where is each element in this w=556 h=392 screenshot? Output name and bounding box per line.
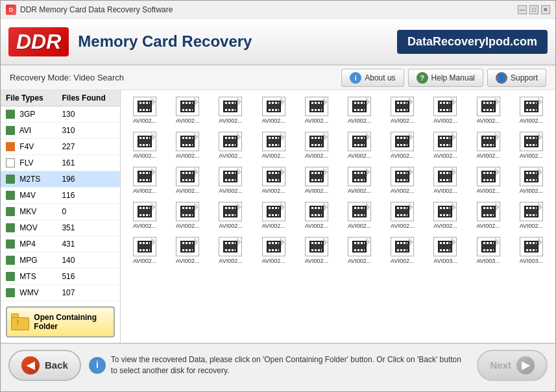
file-type-row[interactable]: M4V 116	[1, 188, 120, 204]
back-button[interactable]: ◀ Back	[8, 350, 81, 381]
file-item[interactable]: AVI002...	[125, 199, 165, 232]
file-item[interactable]: AVI002...	[425, 94, 465, 127]
right-panel[interactable]: AVI002... AVI002... AVI002... AVI002... …	[121, 90, 555, 343]
file-type-row[interactable]: MOV 351	[1, 220, 120, 236]
file-item[interactable]: AVI002...	[339, 94, 380, 127]
film-strip-icon	[267, 171, 281, 182]
file-item-label: AVI002...	[348, 188, 371, 194]
file-type-row[interactable]: 3GP 130	[1, 106, 120, 123]
file-item-label: AVI002...	[133, 153, 156, 159]
file-item[interactable]: AVI002...	[468, 164, 509, 197]
file-item[interactable]: AVI002...	[468, 129, 509, 162]
file-type-row[interactable]: MPG 140	[1, 252, 120, 269]
file-item[interactable]: AVI002...	[254, 129, 294, 162]
film-strip-icon	[138, 101, 152, 112]
info-message: i To view the recovered Data, please cli…	[89, 354, 470, 376]
file-thumbnail	[176, 202, 199, 221]
file-item[interactable]: AVI002...	[125, 94, 165, 127]
file-item[interactable]: AVI002...	[511, 164, 551, 197]
file-type-row[interactable]: MP4 431	[1, 236, 120, 252]
file-item[interactable]: AVI002...	[167, 199, 208, 232]
file-item[interactable]: AVI002...	[254, 164, 294, 197]
film-strip-icon	[180, 241, 195, 252]
file-item[interactable]: AVI002...	[296, 164, 337, 197]
film-strip-icon	[438, 101, 452, 112]
file-item[interactable]: AVI003...	[468, 234, 509, 267]
file-thumbnail	[305, 202, 328, 221]
close-button[interactable]: ✕	[541, 5, 550, 14]
file-item[interactable]: AVI002...	[167, 94, 208, 127]
file-item[interactable]: AVI002...	[210, 234, 250, 267]
file-item[interactable]: AVI002...	[125, 164, 165, 197]
file-item[interactable]: AVI002...	[339, 234, 380, 267]
file-item[interactable]: AVI002...	[339, 164, 380, 197]
file-item[interactable]: AVI002...	[125, 234, 165, 267]
file-type-row[interactable]: AVI 310	[1, 123, 120, 139]
file-thumbnail	[219, 237, 242, 256]
file-item[interactable]: AVI002...	[425, 164, 465, 197]
file-item[interactable]: AVI002...	[511, 199, 551, 232]
file-item[interactable]: AVI002...	[254, 199, 294, 232]
file-item[interactable]: AVI002...	[511, 129, 551, 162]
file-item[interactable]: AVI002...	[468, 94, 509, 127]
file-item[interactable]: AVI002...	[254, 94, 294, 127]
file-type-cell: WMV	[1, 285, 56, 301]
file-item[interactable]: AVI002...	[468, 199, 509, 232]
file-thumbnail	[176, 237, 199, 256]
minimize-button[interactable]: —	[518, 5, 527, 14]
file-item-label: AVI002...	[477, 153, 500, 159]
back-arrow-icon: ◀	[21, 356, 40, 374]
file-item[interactable]: AVI002...	[382, 164, 422, 197]
file-item[interactable]: AVI002...	[254, 234, 294, 267]
file-type-cell: 3GP	[1, 106, 56, 123]
file-item[interactable]: AVI002...	[296, 129, 337, 162]
next-button[interactable]: Next ▶	[477, 350, 548, 381]
film-strip-icon	[524, 101, 538, 112]
file-item[interactable]: AVI002...	[167, 164, 208, 197]
maximize-button[interactable]: □	[529, 5, 538, 14]
file-item[interactable]: AVI002...	[167, 129, 208, 162]
open-folder-button[interactable]: ↑ Open Containing Folder	[6, 306, 115, 337]
file-item-label: AVI002...	[262, 223, 285, 229]
file-item[interactable]: AVI002...	[210, 94, 250, 127]
file-item-label: AVI002...	[262, 153, 285, 159]
film-strip-icon	[481, 206, 496, 217]
file-type-icon	[6, 223, 15, 232]
file-thumbnail	[219, 132, 242, 151]
file-type-row[interactable]: M2TS 196	[1, 171, 120, 188]
file-item[interactable]: AVI002...	[382, 129, 422, 162]
file-item[interactable]: AVI002...	[296, 199, 337, 232]
file-type-row[interactable]: FLV 161	[1, 155, 120, 171]
file-type-row[interactable]: F4V 227	[1, 139, 120, 155]
file-item[interactable]: AVI002...	[382, 199, 422, 232]
file-item[interactable]: AVI002...	[339, 129, 380, 162]
file-item[interactable]: AVI003...	[425, 234, 465, 267]
file-item[interactable]: AVI002...	[210, 129, 250, 162]
support-button[interactable]: 👤 Support	[487, 69, 546, 87]
file-type-row[interactable]: WMV 107	[1, 285, 120, 301]
file-item-label: AVI002...	[433, 223, 457, 229]
file-item[interactable]: AVI002...	[425, 199, 465, 232]
help-button[interactable]: ? Help Manual	[408, 69, 483, 87]
about-button[interactable]: i About us	[341, 69, 404, 87]
film-strip-icon	[395, 241, 409, 252]
file-item[interactable]: AVI003...	[511, 234, 551, 267]
file-type-cell: MP4	[1, 236, 56, 252]
file-item-label: AVI002...	[176, 117, 199, 124]
film-strip-icon	[180, 206, 195, 217]
file-type-row[interactable]: MKV 0	[1, 204, 120, 220]
file-item[interactable]: AVI002...	[511, 94, 551, 127]
file-item[interactable]: AVI002...	[210, 199, 250, 232]
file-item[interactable]: AVI002...	[167, 234, 208, 267]
file-item[interactable]: AVI002...	[382, 234, 422, 267]
file-type-row[interactable]: MTS 516	[1, 269, 120, 285]
file-item[interactable]: AVI002...	[296, 234, 337, 267]
file-item[interactable]: AVI002...	[425, 129, 465, 162]
file-item[interactable]: AVI002...	[382, 94, 422, 127]
file-item[interactable]: AVI002...	[339, 199, 380, 232]
file-item[interactable]: AVI002...	[125, 129, 165, 162]
file-item[interactable]: AVI002...	[296, 94, 337, 127]
file-item-label: AVI002...	[305, 117, 328, 124]
file-item[interactable]: AVI002...	[210, 164, 250, 197]
info-text: To view the recovered Data, please click…	[111, 354, 470, 376]
